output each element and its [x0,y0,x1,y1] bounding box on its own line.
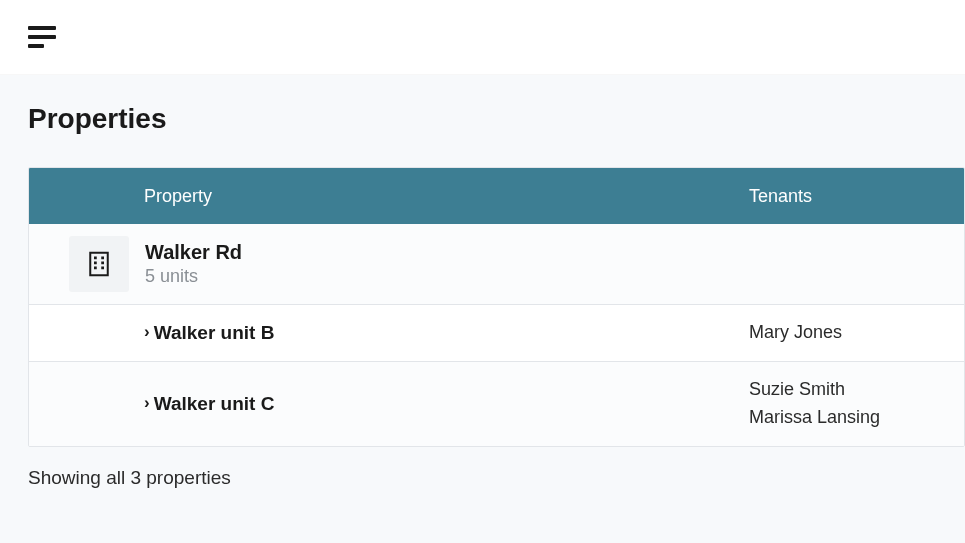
svg-rect-3 [94,262,97,265]
column-header-tenants: Tenants [749,186,964,207]
svg-rect-5 [94,267,97,270]
unit-row[interactable]: › Walker unit C Suzie Smith Marissa Lans… [29,362,964,446]
svg-rect-0 [90,253,108,276]
svg-rect-1 [94,257,97,260]
unit-row[interactable]: › Walker unit B Mary Jones [29,305,964,362]
properties-table: Property Tenants Walker Rd 5 units [28,167,965,447]
chevron-right-icon: › [144,323,150,340]
tenant-name: Marissa Lansing [749,404,964,432]
page-title: Properties [28,103,965,135]
svg-rect-4 [101,262,104,265]
unit-name: Walker unit B [154,322,275,344]
building-icon [69,236,129,292]
content-area: Properties Property Tenants Walker Rd [0,75,965,489]
property-info: Walker Rd 5 units [145,241,242,287]
chevron-right-icon: › [144,394,150,411]
unit-cell: › Walker unit B [29,322,749,344]
tenant-name: Mary Jones [749,319,964,347]
tenant-name: Suzie Smith [749,376,964,404]
property-subtitle: 5 units [145,266,242,287]
results-summary: Showing all 3 properties [28,467,965,489]
unit-name: Walker unit C [154,393,275,415]
menu-icon[interactable] [28,26,56,48]
property-name: Walker Rd [145,241,242,264]
unit-cell: › Walker unit C [29,393,749,415]
property-row[interactable]: Walker Rd 5 units [29,224,964,305]
column-header-property: Property [29,186,749,207]
tenants-cell: Mary Jones [749,319,964,347]
tenants-cell: Suzie Smith Marissa Lansing [749,376,964,432]
table-header: Property Tenants [29,168,964,224]
svg-rect-2 [101,257,104,260]
top-bar [0,0,965,75]
svg-rect-6 [101,267,104,270]
